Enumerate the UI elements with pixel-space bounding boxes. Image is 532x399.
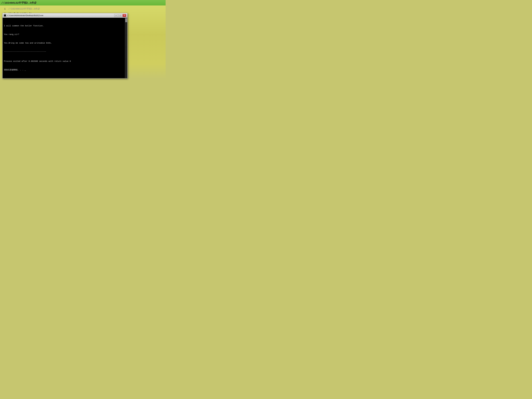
minimize-button[interactable]: ─	[114, 14, 118, 17]
terminal-output: I will summon the butler function. You r…	[4, 19, 126, 77]
scroll-thumb[interactable]	[125, 18, 127, 22]
code-line-1: 1 //102400132叶宇恒2.3作业	[0, 6, 166, 11]
terminal-window: C:\Users\Administrator\Desktop\未命名3.exe …	[2, 13, 127, 78]
code-editor: 1 //102400132叶宇恒2.3作业 2 #include<stdio.h…	[0, 6, 166, 78]
code-content-1: //102400132叶宇恒2.3作业	[7, 6, 40, 11]
terminal-icon	[4, 14, 6, 17]
file-title: //102400132叶宇恒2.3作业	[1, 1, 36, 5]
output-line-3: Yes.Bring me some tea and writeabie DvDs…	[4, 42, 126, 44]
output-line-1: I will summon the butler function.	[4, 25, 126, 27]
output-line-2: You rang,sir?	[4, 33, 126, 36]
terminal-scrollbar[interactable]	[125, 18, 127, 78]
terminal-body: I will summon the butler function. You r…	[3, 18, 127, 78]
terminal-controls: ─ □ ✕	[114, 14, 126, 17]
header-bar: //102400132叶宇恒2.3作业	[0, 0, 166, 6]
svg-rect-2	[4, 16, 6, 16]
terminal-titlebar: C:\Users\Administrator\Desktop\未命名3.exe …	[3, 13, 127, 18]
restore-button[interactable]: □	[118, 14, 122, 17]
process-line: Process exited after 0.002688 seconds wi…	[4, 60, 126, 63]
close-button[interactable]: ✕	[123, 14, 126, 17]
terminal-divider: ------------------------------------	[4, 50, 126, 53]
line-num-1: 1	[0, 6, 7, 11]
continue-prompt: 请按任意键继续. . . _	[4, 69, 126, 71]
svg-rect-1	[4, 15, 6, 16]
terminal-title: C:\Users\Administrator\Desktop\未命名3.exe	[7, 14, 114, 17]
